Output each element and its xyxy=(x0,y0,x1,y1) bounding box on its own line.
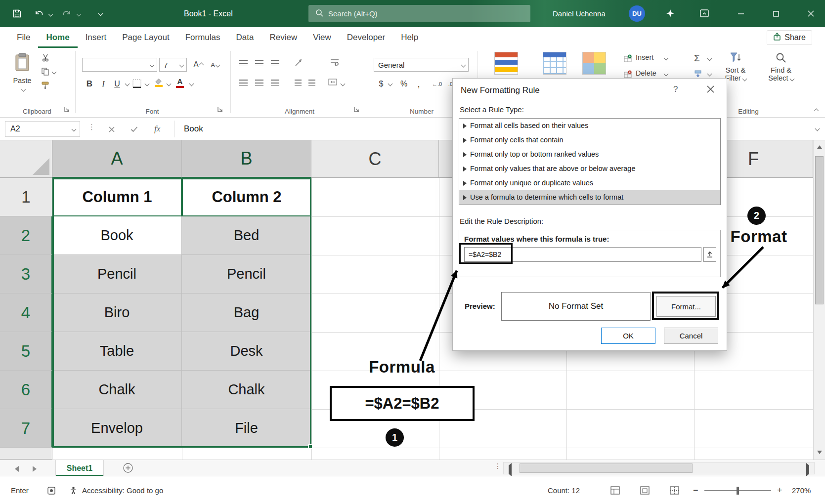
tab-view[interactable]: View xyxy=(305,27,339,48)
save-icon[interactable] xyxy=(13,9,21,20)
accessibility-icon[interactable] xyxy=(69,486,78,496)
align-center-icon[interactable] xyxy=(255,80,263,86)
fill-dropdown-icon[interactable] xyxy=(707,72,712,77)
align-top-icon[interactable] xyxy=(239,60,248,66)
page-layout-view-icon[interactable] xyxy=(640,486,650,496)
row-header-4[interactable]: 4 xyxy=(0,294,52,332)
cancel-button[interactable]: Cancel xyxy=(664,328,718,344)
enter-entry-icon[interactable] xyxy=(130,126,138,134)
quick-access-toolbar-dropdown-icon[interactable] xyxy=(98,11,103,16)
autosum-dropdown-icon[interactable] xyxy=(707,56,712,61)
font-name-combo[interactable] xyxy=(82,58,157,72)
copy-dropdown-icon[interactable] xyxy=(52,70,57,75)
formula-bar-resizer-icon[interactable]: ⋮ xyxy=(88,123,96,131)
undo-button[interactable] xyxy=(35,10,43,20)
tab-developer[interactable]: Developer xyxy=(339,27,393,48)
scroll-right-icon[interactable] xyxy=(806,465,809,474)
align-right-icon[interactable] xyxy=(271,80,279,86)
ribbon-display-options-icon[interactable] xyxy=(700,9,709,19)
orientation-icon[interactable] xyxy=(295,59,304,69)
horizontal-scrollbar-thumb[interactable] xyxy=(520,463,693,473)
increase-decimal-button[interactable]: ←.0 xyxy=(429,77,445,91)
dialog-help-button[interactable]: ? xyxy=(673,84,678,94)
cancel-entry-icon[interactable] xyxy=(109,126,115,134)
page-break-view-icon[interactable] xyxy=(670,486,679,496)
undo-dropdown-icon[interactable] xyxy=(48,12,53,17)
delete-dropdown-icon[interactable] xyxy=(664,72,669,77)
format-painter-icon[interactable] xyxy=(42,82,49,91)
expand-formula-bar-icon[interactable] xyxy=(815,126,820,131)
fill-color-icon[interactable] xyxy=(154,78,163,87)
cell-B2[interactable]: Bed xyxy=(182,216,311,255)
cell-B7[interactable]: File xyxy=(182,409,311,448)
cell-A4[interactable]: Biro xyxy=(52,294,182,332)
cell-A3[interactable]: Pencil xyxy=(52,255,182,294)
cell-B5[interactable]: Desk xyxy=(182,332,311,371)
borders-dropdown-icon[interactable] xyxy=(145,82,150,86)
sort-filter-button[interactable]: Sort & Filter xyxy=(716,48,755,82)
row-header-7[interactable]: 7 xyxy=(0,409,52,448)
horizontal-scrollbar[interactable] xyxy=(503,462,815,474)
redo-dropdown-icon[interactable] xyxy=(77,12,82,17)
align-left-icon[interactable] xyxy=(239,80,248,86)
rule-type-option-3[interactable]: Format only top or bottom ranked values xyxy=(459,147,720,162)
collapse-ribbon-icon[interactable] xyxy=(814,109,819,114)
merge-center-icon[interactable] xyxy=(328,79,337,87)
alignment-dialog-launcher-icon[interactable] xyxy=(354,105,359,114)
cell-B4[interactable]: Bag xyxy=(182,294,311,332)
zoom-slider-thumb[interactable] xyxy=(737,487,739,495)
row-header-5[interactable]: 5 xyxy=(0,332,52,371)
zoom-level[interactable]: 270% xyxy=(792,476,811,504)
tab-data[interactable]: Data xyxy=(228,27,262,48)
vertical-scrollbar-thumb[interactable] xyxy=(815,156,824,304)
rule-type-option-1[interactable]: Format all cells based on their values xyxy=(459,119,720,133)
underline-button[interactable]: U xyxy=(111,77,124,91)
underline-dropdown-icon[interactable] xyxy=(125,82,130,86)
select-all-corner[interactable] xyxy=(0,140,52,178)
sheet-nav-right-icon[interactable] xyxy=(33,465,37,474)
formula-input[interactable] xyxy=(464,247,701,262)
cell-A7[interactable]: Envelop xyxy=(52,409,182,448)
column-header-B[interactable]: B xyxy=(182,140,311,178)
merge-center-dropdown-icon[interactable] xyxy=(341,82,346,86)
bold-button[interactable]: B xyxy=(83,77,96,91)
accounting-dropdown-icon[interactable] xyxy=(388,82,393,86)
rule-type-option-6-selected[interactable]: Use a formula to determine which cells t… xyxy=(459,190,720,205)
cell-B3[interactable]: Pencil xyxy=(182,255,311,294)
tab-help[interactable]: Help xyxy=(393,27,426,48)
align-middle-icon[interactable] xyxy=(255,60,263,66)
cell-A1[interactable]: Column 1 xyxy=(52,178,182,216)
decrease-indent-icon[interactable] xyxy=(295,80,302,86)
format-button[interactable]: Format... xyxy=(656,296,716,317)
name-box[interactable]: A2 xyxy=(5,121,80,137)
scroll-down-icon[interactable] xyxy=(817,451,822,454)
cell-B6[interactable]: Chalk xyxy=(182,371,311,409)
search-box[interactable]: Search (Alt+Q) xyxy=(308,5,530,22)
rule-type-option-4[interactable]: Format only values that are above or bel… xyxy=(459,162,720,176)
row-header-8[interactable]: 8 xyxy=(0,448,52,460)
clipboard-dialog-launcher-icon[interactable] xyxy=(64,105,70,114)
number-format-combo[interactable]: General xyxy=(374,58,469,72)
increase-indent-icon[interactable] xyxy=(308,80,315,86)
insert-function-icon[interactable]: fx xyxy=(154,118,160,140)
accounting-format-button[interactable]: $ xyxy=(376,77,387,91)
cut-icon[interactable] xyxy=(42,54,49,64)
zoom-in-button[interactable]: + xyxy=(777,476,782,504)
rule-type-option-5[interactable]: Format only unique or duplicate values xyxy=(459,176,720,190)
grow-font-button[interactable]: A xyxy=(191,58,206,72)
font-color-dropdown-icon[interactable] xyxy=(189,82,194,86)
fill-color-dropdown-icon[interactable] xyxy=(167,82,172,86)
insert-dropdown-icon[interactable] xyxy=(664,56,669,61)
tab-insert[interactable]: Insert xyxy=(78,27,115,48)
wrap-text-icon[interactable] xyxy=(330,59,339,68)
percent-style-button[interactable]: % xyxy=(398,77,409,91)
close-button[interactable] xyxy=(799,0,823,27)
sheet-tab-sheet1[interactable]: Sheet1 xyxy=(55,460,104,476)
row-header-6[interactable]: 6 xyxy=(0,371,52,409)
borders-icon[interactable] xyxy=(132,79,141,90)
sheet-nav-left-icon[interactable] xyxy=(15,465,19,474)
font-size-combo[interactable]: 7 xyxy=(159,58,187,72)
delete-label[interactable]: Delete xyxy=(636,69,656,77)
font-dialog-launcher-icon[interactable] xyxy=(217,105,223,114)
paste-button[interactable]: Paste xyxy=(8,52,37,107)
